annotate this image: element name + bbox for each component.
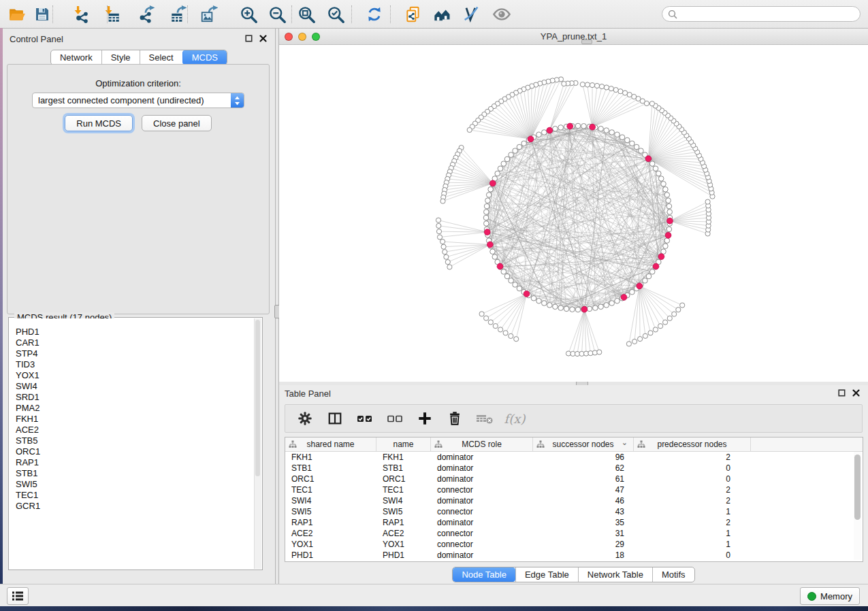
mcds-result-item[interactable]: TEC1 xyxy=(16,490,255,501)
network-node[interactable] xyxy=(509,152,514,158)
network-edge[interactable] xyxy=(573,310,585,354)
function-builder-icon[interactable]: f(x) xyxy=(504,409,525,428)
network-node[interactable] xyxy=(630,141,635,146)
network-node[interactable] xyxy=(649,101,654,106)
network-node[interactable] xyxy=(599,84,604,89)
mcds-result-item[interactable]: RAP1 xyxy=(16,457,255,468)
network-node[interactable] xyxy=(484,316,489,320)
mcds-result-item[interactable]: STP4 xyxy=(16,348,255,359)
network-node[interactable] xyxy=(661,182,666,187)
tab-select[interactable]: Select xyxy=(140,50,182,65)
mcds-node[interactable] xyxy=(665,232,671,238)
table-row[interactable]: RAP1RAP1dominator352 xyxy=(285,517,863,528)
network-edge[interactable] xyxy=(438,226,487,232)
table-row[interactable]: FKH1FKH1dominator962 xyxy=(285,452,863,463)
network-edge[interactable] xyxy=(639,286,678,310)
mcds-result-item[interactable]: ORC1 xyxy=(16,446,255,457)
network-node[interactable] xyxy=(594,83,599,88)
table-row[interactable]: SWI4SWI4dominator462 xyxy=(285,495,863,506)
network-node[interactable] xyxy=(488,187,494,193)
network-node[interactable] xyxy=(498,166,503,171)
network-node[interactable] xyxy=(517,286,522,291)
network-node[interactable] xyxy=(536,132,542,137)
network-node[interactable] xyxy=(493,324,498,329)
folder-open-icon[interactable] xyxy=(6,3,28,25)
column-header-mcds-role[interactable]: MCDS role xyxy=(431,437,533,451)
network-node[interactable] xyxy=(517,144,522,150)
network-node[interactable] xyxy=(672,312,677,316)
mcds-node[interactable] xyxy=(653,263,659,269)
tab-network-table[interactable]: Network Table xyxy=(578,567,652,582)
network-edge[interactable] xyxy=(443,183,493,197)
network-edge[interactable] xyxy=(443,242,490,244)
table-row[interactable]: PHD1PHD1dominator180 xyxy=(285,550,863,561)
network-node[interactable] xyxy=(553,126,558,131)
zoom-in-icon[interactable] xyxy=(238,3,259,25)
mcds-node[interactable] xyxy=(524,291,530,297)
network-node[interactable] xyxy=(498,327,503,332)
mcds-node[interactable] xyxy=(497,263,503,269)
network-node[interactable] xyxy=(615,132,620,137)
network-node[interactable] xyxy=(646,274,652,279)
network-canvas[interactable] xyxy=(279,45,868,382)
network-node[interactable] xyxy=(490,249,496,254)
network-node[interactable] xyxy=(585,82,590,87)
mcds-result-item[interactable]: CAR1 xyxy=(16,337,255,348)
add-column-icon[interactable] xyxy=(415,409,435,428)
network-node[interactable] xyxy=(625,137,630,143)
network-edge[interactable] xyxy=(584,310,599,352)
mcds-result-item[interactable]: YOX1 xyxy=(16,370,255,381)
column-header-name[interactable]: name xyxy=(376,437,431,451)
network-node[interactable] xyxy=(598,126,604,131)
network-node[interactable] xyxy=(663,320,668,325)
network-node[interactable] xyxy=(664,238,670,244)
network-node[interactable] xyxy=(504,274,510,279)
tab-edge-table[interactable]: Edge Table xyxy=(515,567,578,582)
network-node[interactable] xyxy=(590,83,594,88)
network-edge[interactable] xyxy=(506,294,527,333)
mcds-node[interactable] xyxy=(637,283,643,289)
deselect-all-checkboxes-icon[interactable] xyxy=(385,409,405,428)
table-row[interactable]: YOX1YOX1connector291 xyxy=(285,539,863,550)
float-panel-icon[interactable] xyxy=(245,35,253,42)
network-node[interactable] xyxy=(658,324,663,329)
zoom-fit-icon[interactable] xyxy=(295,3,317,25)
tab-network[interactable]: Network xyxy=(51,50,101,65)
mcds-node[interactable] xyxy=(484,229,490,235)
tab-node-table[interactable]: Node Table xyxy=(453,567,515,582)
network-node[interactable] xyxy=(634,144,639,150)
column-header-successor-nodes[interactable]: successor nodes⌄ xyxy=(533,437,634,451)
split-columns-icon[interactable] xyxy=(325,409,345,428)
sort-descending-icon[interactable]: ⌄ xyxy=(622,438,628,447)
network-node[interactable] xyxy=(604,303,609,308)
network-node[interactable] xyxy=(558,125,564,131)
network-node[interactable] xyxy=(638,337,643,342)
memory-button[interactable]: Memory xyxy=(800,587,860,605)
network-node[interactable] xyxy=(436,229,441,234)
mcds-list-scrollbar[interactable] xyxy=(254,318,261,569)
network-edge[interactable] xyxy=(639,286,650,333)
close-panel-icon[interactable] xyxy=(852,389,860,397)
network-node[interactable] xyxy=(488,320,493,325)
slashed-v-icon[interactable] xyxy=(460,3,482,25)
network-node[interactable] xyxy=(495,171,500,176)
network-node[interactable] xyxy=(639,148,644,154)
delete-column-icon[interactable] xyxy=(445,409,465,428)
mcds-result-item[interactable]: TID3 xyxy=(16,359,255,370)
network-node[interactable] xyxy=(514,337,519,342)
network-node[interactable] xyxy=(521,141,527,146)
network-edge[interactable] xyxy=(634,286,639,342)
table-row[interactable]: ACE2ACE2connector311 xyxy=(285,528,863,539)
network-node[interactable] xyxy=(656,171,662,176)
search-field[interactable] xyxy=(662,6,861,22)
tab-motifs[interactable]: Motifs xyxy=(652,567,694,582)
network-node[interactable] xyxy=(649,161,655,167)
network-node[interactable] xyxy=(648,331,653,335)
network-node[interactable] xyxy=(649,269,655,275)
network-node[interactable] xyxy=(501,269,507,275)
network-node[interactable] xyxy=(467,127,472,132)
select-all-checkboxes-icon[interactable] xyxy=(355,409,375,428)
network-edge[interactable] xyxy=(439,231,487,232)
column-header-shared-name[interactable]: shared name xyxy=(285,437,376,451)
save-icon[interactable] xyxy=(31,3,53,25)
